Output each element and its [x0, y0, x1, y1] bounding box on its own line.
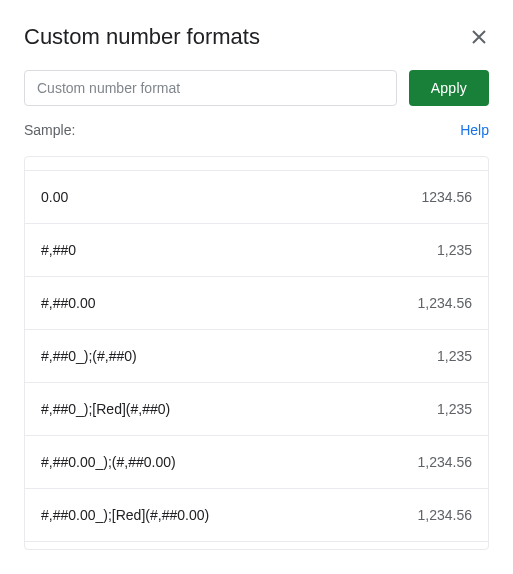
format-list-item[interactable]: #,##0_);(#,##0)1,235 — [25, 330, 488, 383]
list-spacer — [25, 157, 488, 171]
help-link[interactable]: Help — [460, 122, 489, 138]
input-row: Apply — [24, 70, 489, 106]
format-list-item[interactable]: #,##0_);[Red](#,##0)1,235 — [25, 383, 488, 436]
dialog-title: Custom number formats — [24, 24, 260, 50]
format-pattern: #,##0.00 — [41, 295, 96, 311]
apply-button[interactable]: Apply — [409, 70, 489, 106]
format-pattern: 0.00 — [41, 189, 68, 205]
format-list-item[interactable]: 0.001234.56 — [25, 171, 488, 224]
formats-list[interactable]: 0.001234.56#,##01,235#,##0.001,234.56#,#… — [25, 157, 488, 549]
sample-label: Sample: — [24, 122, 75, 138]
close-icon[interactable] — [469, 27, 489, 47]
format-sample: 1,235 — [437, 401, 472, 417]
format-list-item[interactable]: #,##0.00_);[Red](#,##0.00)1,234.56 — [25, 489, 488, 542]
format-list-item[interactable]: $#,##0_);($#,##0)$1,235 — [25, 542, 488, 549]
format-list-item[interactable]: #,##01,235 — [25, 224, 488, 277]
dialog-header: Custom number formats — [24, 24, 489, 50]
format-sample: 1,234.56 — [418, 454, 473, 470]
format-pattern: #,##0 — [41, 242, 76, 258]
format-sample: 1,235 — [437, 348, 472, 364]
custom-number-formats-dialog: Custom number formats Apply Sample: Help… — [0, 0, 513, 574]
format-pattern: #,##0.00_);[Red](#,##0.00) — [41, 507, 209, 523]
custom-format-input[interactable] — [24, 70, 397, 106]
format-list-item[interactable]: #,##0.001,234.56 — [25, 277, 488, 330]
format-pattern: #,##0_);(#,##0) — [41, 348, 137, 364]
format-sample: 1234.56 — [421, 189, 472, 205]
format-sample: 1,235 — [437, 242, 472, 258]
format-sample: 1,234.56 — [418, 295, 473, 311]
format-list-item[interactable]: #,##0.00_);(#,##0.00)1,234.56 — [25, 436, 488, 489]
format-pattern: #,##0_);[Red](#,##0) — [41, 401, 170, 417]
format-pattern: #,##0.00_);(#,##0.00) — [41, 454, 176, 470]
formats-list-container: 0.001234.56#,##01,235#,##0.001,234.56#,#… — [24, 156, 489, 550]
format-sample: 1,234.56 — [418, 507, 473, 523]
sample-row: Sample: Help — [24, 122, 489, 138]
